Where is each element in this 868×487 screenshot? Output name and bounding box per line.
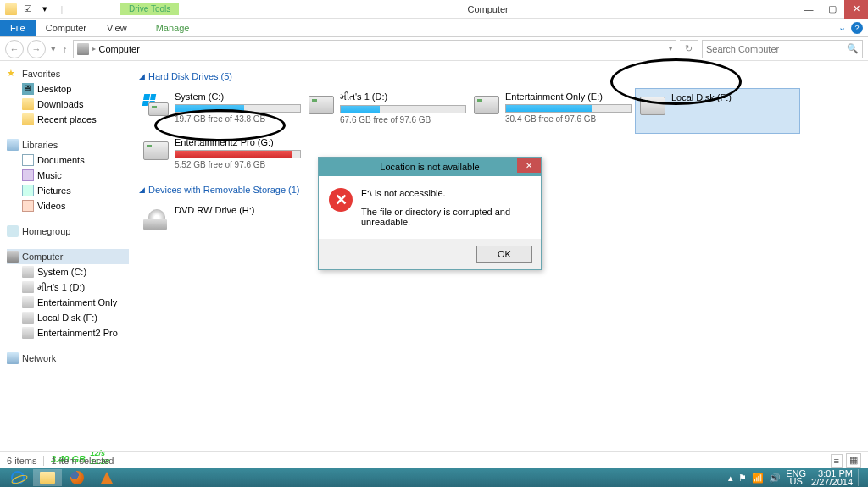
drive-label: Entertainment Only (E:) (505, 91, 632, 102)
nav-drive-g[interactable]: Entertainment2 Pro (7, 325, 129, 340)
error-dialog: Location is not available ✕ ✕ F:\ is not… (318, 157, 542, 270)
dialog-title-bar[interactable]: Location is not available ✕ (319, 158, 541, 176)
nav-music[interactable]: Music (7, 168, 129, 183)
videos-icon (22, 200, 34, 212)
tab-view[interactable]: View (97, 20, 137, 36)
view-details-icon[interactable]: ≡ (831, 454, 843, 468)
pictures-icon (22, 185, 34, 196)
nav-desktop[interactable]: 🖥Desktop (7, 81, 129, 97)
folder-icon (40, 472, 55, 484)
drive-label: મીત's 1 (D:) (340, 91, 466, 102)
status-item-count: 6 items (7, 456, 36, 466)
up-button[interactable]: ↑ (61, 44, 70, 54)
error-icon: ✕ (329, 188, 353, 212)
dialog-message-2: The file or directory is corrupted and u… (361, 207, 531, 227)
search-box[interactable]: 🔍 (702, 40, 863, 58)
nav-pictures[interactable]: Pictures (7, 183, 129, 198)
dialog-message-1: F:\ is not accessible. (361, 188, 531, 198)
drive-item[interactable]: Entertainment Only (E:)30.4 GB free of 9… (470, 88, 635, 134)
hdd-icon (142, 137, 170, 164)
drive-freespace: 5.52 GB free of 97.6 GB (175, 160, 301, 169)
nav-documents[interactable]: Documents (7, 152, 129, 168)
maximize-button[interactable]: ▢ (821, 0, 844, 19)
dialog-title: Location is not available (380, 162, 479, 172)
nav-drive-f[interactable]: Local Disk (F:) (7, 310, 129, 325)
show-desktop-button[interactable] (858, 469, 863, 486)
chevron-right-icon[interactable]: ▸ (92, 45, 96, 53)
drive-freespace: 19.7 GB free of 43.8 GB (175, 114, 301, 124)
dialog-ok-button[interactable]: OK (476, 246, 532, 263)
computer-icon (77, 43, 89, 55)
drive-icon (22, 266, 34, 278)
drive-label: System (C:) (175, 91, 301, 102)
tab-file[interactable]: File (0, 20, 36, 36)
tray-language[interactable]: ENGUS (786, 470, 806, 485)
ribbon-tabs: File Computer View Manage ⌄ ? (0, 19, 868, 37)
ribbon-expand-icon[interactable]: ⌄ (838, 22, 846, 34)
computer-icon (7, 251, 19, 263)
nav-recent[interactable]: Recent places (7, 112, 129, 127)
tray-clock[interactable]: 3:01 PM2/27/2014 (811, 469, 853, 486)
drive-item[interactable]: Local Disk (F:) (635, 88, 800, 134)
taskbar-ie[interactable] (3, 469, 32, 486)
tray-up-icon[interactable]: ▴ (728, 473, 733, 484)
address-bar-row: ← → ▾ ↑ ▸ Computer ▸ ↻ 🔍 (0, 37, 868, 61)
nav-videos[interactable]: Videos (7, 198, 129, 213)
tray-volume-icon[interactable]: 🔊 (769, 473, 781, 484)
qat-dropdown-icon[interactable]: ▾ (37, 2, 53, 17)
tab-manage[interactable]: Manage (146, 20, 200, 36)
drive-item[interactable]: System (C:)19.7 GB free of 43.8 GB (139, 88, 304, 134)
drive-item[interactable]: મીત's 1 (D:)67.6 GB free of 97.6 GB (304, 88, 470, 134)
window-title: Computer (179, 4, 797, 14)
hdd-icon (639, 92, 666, 119)
drive-dvd[interactable]: DVD RW Drive (H:) (139, 202, 304, 247)
nav-favorites-header[interactable]: ★Favorites (7, 66, 129, 81)
breadcrumb-computer[interactable]: Computer (99, 44, 140, 54)
nav-network[interactable]: Network (7, 351, 129, 366)
drive-label: Local Disk (F:) (671, 92, 796, 102)
minimize-button[interactable]: — (797, 0, 821, 19)
drive-freespace: 30.4 GB free of 97.6 GB (505, 114, 632, 124)
ie-icon (11, 471, 25, 484)
recent-icon (22, 113, 34, 125)
network-icon (7, 352, 19, 364)
tray-action-center-icon[interactable]: ⚑ (738, 473, 747, 484)
explorer-icon[interactable] (3, 2, 19, 17)
taskbar-firefox[interactable] (63, 469, 92, 486)
search-icon[interactable]: 🔍 (847, 43, 859, 54)
refresh-button[interactable]: ↻ (680, 40, 698, 58)
nav-drive-e[interactable]: Entertainment Only (7, 295, 129, 310)
back-button[interactable]: ← (5, 40, 24, 58)
dialog-close-button[interactable]: ✕ (517, 158, 541, 173)
taskbar-vlc[interactable] (92, 469, 121, 486)
window-controls: — ▢ ✕ (797, 0, 868, 19)
qat-properties-icon[interactable]: ☑ (20, 2, 36, 17)
nav-downloads[interactable]: Downloads (7, 97, 129, 112)
drive-icon (22, 327, 34, 339)
nav-drive-d[interactable]: મીત's 1 (D:) (7, 279, 129, 295)
nav-computer[interactable]: Computer (7, 249, 129, 264)
vlc-icon (101, 472, 113, 484)
collapse-icon[interactable]: ◢ (139, 72, 145, 80)
address-bar[interactable]: ▸ Computer ▸ (73, 40, 677, 58)
category-hdd[interactable]: ◢Hard Disk Drives (5) (139, 68, 858, 88)
address-dropdown-icon[interactable]: ▸ (667, 47, 675, 51)
taskbar-explorer[interactable] (33, 469, 62, 486)
hdd-icon (473, 91, 500, 119)
view-tiles-icon[interactable]: ▦ (846, 453, 861, 468)
homegroup-icon (7, 225, 19, 237)
status-bar: 6 items 1 item selected ≡ ▦ (0, 451, 868, 468)
forward-button[interactable]: → (27, 40, 46, 58)
nav-homegroup[interactable]: Homegroup (7, 224, 129, 239)
collapse-icon[interactable]: ◢ (139, 185, 145, 194)
nav-libraries-header[interactable]: Libraries (7, 137, 129, 152)
help-icon[interactable]: ? (851, 22, 863, 34)
tab-computer[interactable]: Computer (36, 20, 97, 36)
drive-item[interactable]: Entertainment2 Pro (G:)5.52 GB free of 9… (139, 134, 304, 180)
tray-network-icon[interactable]: 📶 (752, 473, 764, 484)
close-button[interactable]: ✕ (844, 0, 868, 19)
search-input[interactable] (706, 44, 847, 54)
nav-drive-c[interactable]: System (C:) (7, 264, 129, 279)
recent-dropdown-icon[interactable]: ▾ (49, 43, 58, 54)
divider (43, 456, 44, 466)
